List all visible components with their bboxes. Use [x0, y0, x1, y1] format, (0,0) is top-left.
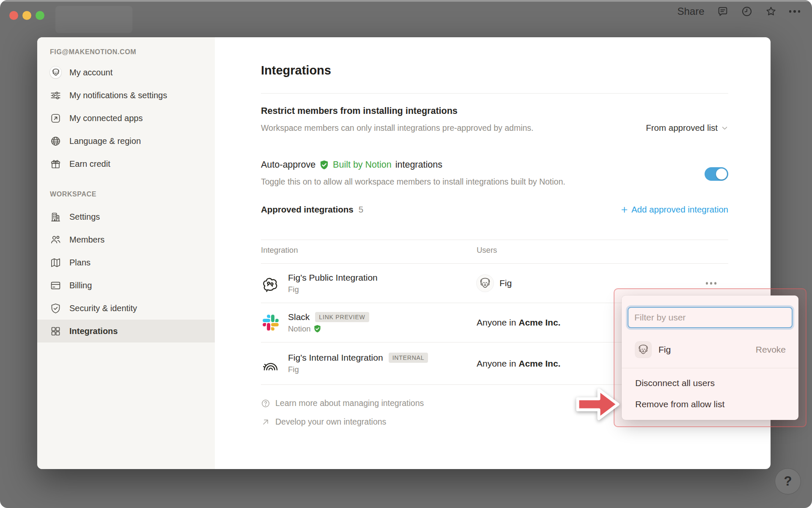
approved-integrations-header: Approved integrations 5 Add approved int…: [261, 204, 728, 215]
learn-more-link[interactable]: Learn more about managing integrations: [261, 398, 424, 408]
toggle-knob: [716, 168, 727, 179]
sidebar-item-label: Language & region: [69, 136, 141, 146]
minimize-button[interactable]: [22, 11, 31, 20]
table-header: Integration Users: [261, 246, 728, 255]
sidebar-item-settings[interactable]: Settings: [37, 205, 215, 228]
arch-doodle-icon: [261, 354, 280, 373]
window-controls: [9, 11, 44, 20]
disconnect-all-users-menu-item[interactable]: Disconnect all users: [628, 373, 793, 392]
zoom-button[interactable]: [36, 11, 44, 20]
sidebar-item-label: My account: [69, 68, 112, 77]
sliders-icon: [50, 90, 61, 101]
popup-user-row[interactable]: Fig Revoke: [628, 337, 793, 362]
star-icon[interactable]: [765, 6, 777, 17]
sidebar-item-security-identity[interactable]: Security & identity: [37, 297, 215, 320]
sidebar-item-my-account[interactable]: My account: [37, 61, 215, 84]
share-button[interactable]: Share: [677, 6, 704, 17]
users-cell: Anyone in Acme Inc.: [477, 359, 560, 369]
filter-by-user-input[interactable]: [628, 307, 793, 328]
auto-approve-description: Toggle this on to allow all workspace me…: [261, 177, 565, 187]
develop-integrations-link[interactable]: Develop your own integrations: [261, 417, 386, 427]
column-integration: Integration: [261, 246, 298, 254]
sidebar-item-label: Integrations: [69, 326, 118, 336]
workspace-section-heading: WORKSPACE: [50, 190, 96, 198]
close-button[interactable]: [9, 11, 18, 20]
integration-users-popup: Fig Revoke Disconnect all users Remove f…: [622, 295, 798, 420]
users-org: Acme Inc.: [518, 318, 560, 327]
popup-user-name: Fig: [658, 345, 671, 355]
credit-card-icon: [50, 280, 61, 291]
more-icon[interactable]: [789, 6, 801, 17]
restrict-setting-description: Workspace members can only install integ…: [261, 121, 557, 135]
approved-integrations-title: Approved integrations: [261, 204, 354, 215]
develop-integrations-label: Develop your own integrations: [275, 417, 386, 427]
sidebar-item-billing[interactable]: Billing: [37, 274, 215, 297]
globe-icon: [50, 135, 61, 147]
sidebar-item-earn-credit[interactable]: Earn credit: [37, 152, 215, 175]
integration-name: Slack: [288, 312, 310, 322]
map-icon: [50, 257, 61, 268]
sidebar-item-members[interactable]: Members: [37, 228, 215, 251]
sidebar-item-language-region[interactable]: Language & region: [37, 130, 215, 152]
gift-icon: [50, 158, 61, 170]
sidebar-item-notifications-settings[interactable]: My notifications & settings: [37, 84, 215, 107]
members-icon: [50, 234, 61, 246]
grid-icon: [50, 326, 61, 337]
sidebar-item-label: Settings: [69, 212, 100, 222]
arrow-up-right-box-icon: [50, 113, 61, 124]
chevron-down-icon: [721, 124, 728, 132]
help-button[interactable]: ?: [775, 468, 801, 494]
sidebar-item-plans[interactable]: Plans: [37, 251, 215, 274]
restrict-mode-dropdown[interactable]: From approved list: [646, 123, 728, 133]
add-approved-integration-label: Add approved integration: [631, 204, 728, 215]
users-org: Acme Inc.: [518, 359, 560, 368]
add-approved-integration-button[interactable]: Add approved integration: [620, 204, 728, 215]
sidebar-item-integrations[interactable]: Integrations: [37, 320, 215, 342]
approved-integrations-count: 5: [359, 204, 363, 215]
doodle-cloud-icon: [261, 273, 280, 293]
screenshot-root: Share FIG@MAKENOTION.COM: [0, 0, 812, 508]
column-users: Users: [477, 246, 497, 255]
building-icon: [50, 211, 61, 223]
built-by-notion-label: Built by Notion: [333, 160, 392, 170]
divider: [261, 93, 728, 94]
integration-name: Fig's Internal Integration: [288, 353, 383, 363]
integration-owner: Notion: [288, 324, 310, 334]
sidebar-item-label: Members: [69, 235, 104, 245]
clock-icon[interactable]: [741, 6, 753, 17]
divider: [261, 240, 728, 240]
sidebar-item-label: Security & identity: [69, 304, 137, 313]
auto-approve-toggle[interactable]: [705, 167, 728, 181]
sidebar-item-connected-apps[interactable]: My connected apps: [37, 107, 215, 130]
integration-owner: Fig: [288, 365, 299, 374]
users-prefix: Anyone in: [477, 359, 516, 368]
dropdown-value: From approved list: [646, 123, 718, 133]
dimmed-tab: [55, 6, 132, 33]
sidebar-account-group: My account My notifications & settings M…: [37, 61, 215, 175]
auto-approve-setting-title: Auto-approve Built by Notion integration…: [261, 160, 442, 170]
users-cell: Anyone in Acme Inc.: [477, 318, 560, 328]
revoke-button[interactable]: Revoke: [756, 345, 786, 355]
row-more-button[interactable]: [703, 279, 719, 287]
topbar-actions: Share: [677, 6, 800, 17]
question-circle-icon: [261, 399, 270, 408]
macos-window: Share FIG@MAKENOTION.COM: [0, 0, 812, 508]
internal-badge: INTERNAL: [389, 353, 428, 363]
learn-more-label: Learn more about managing integrations: [275, 398, 424, 408]
auto-approve-prefix: Auto-approve: [261, 160, 315, 170]
remove-from-allow-list-menu-item[interactable]: Remove from allow list: [628, 395, 793, 414]
slack-icon: [261, 313, 280, 332]
link-preview-badge: LINK PREVIEW: [315, 312, 369, 322]
page-title: Integrations: [261, 64, 331, 77]
shield-icon: [50, 303, 61, 314]
comments-icon[interactable]: [717, 6, 729, 17]
arrow-up-right-icon: [261, 417, 270, 427]
shield-check-icon: [319, 160, 329, 170]
sidebar-item-label: Billing: [69, 281, 92, 290]
users-cell: Fig: [477, 275, 512, 292]
sidebar-item-label: My connected apps: [69, 113, 143, 123]
sidebar-workspace-group: Settings Members Plans: [37, 205, 215, 342]
user-name: Fig: [499, 278, 512, 288]
integration-name: Fig's Public Integration: [288, 273, 378, 283]
settings-sidebar: FIG@MAKENOTION.COM My account My notific…: [37, 37, 215, 469]
